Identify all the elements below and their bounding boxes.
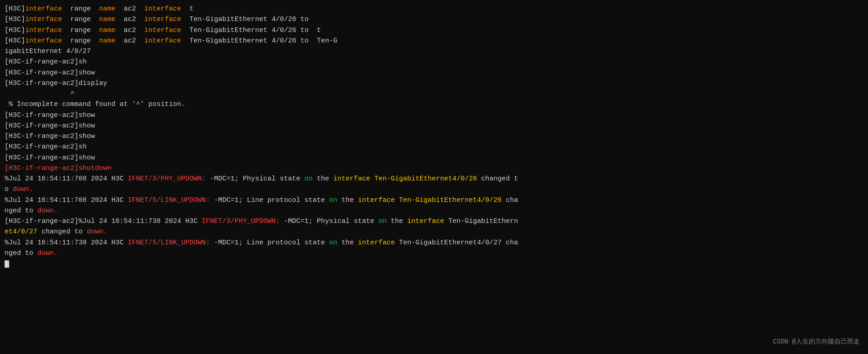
terminal-line: %Jul 24 16:54:11:708 2024 H3C IFNET/5/LI…: [5, 195, 863, 206]
terminal-cursor: [5, 260, 9, 268]
terminal-line: %Jul 24 16:54:11:708 2024 H3C IFNET/3/PH…: [5, 174, 863, 184]
terminal-line: [H3C-if-range-ac2]display: [5, 78, 863, 89]
terminal-line: et4/0/27 changed to down.: [5, 227, 863, 237]
terminal-line: % Incomplete command found at '^' positi…: [5, 99, 863, 110]
terminal-line: [H3C]interface range name ac2 interface …: [5, 25, 863, 36]
terminal-line: [H3C-if-range-ac2]show: [5, 153, 863, 163]
terminal-cursor-line: [5, 259, 863, 269]
terminal-line: [H3C]interface range name ac2 interface …: [5, 14, 863, 25]
terminal-output: [H3C]interface range name ac2 interface …: [5, 4, 863, 269]
terminal-line: o down.: [5, 184, 863, 195]
terminal-line: [H3C]interface range name ac2 interface …: [5, 36, 863, 46]
terminal-line: [H3C-if-range-ac2]shutdown: [5, 163, 863, 174]
terminal-line: [H3C-if-range-ac2]show: [5, 68, 863, 78]
terminal-line: [H3C-if-range-ac2]%Jul 24 16:54:11:738 2…: [5, 216, 863, 227]
terminal-line: [H3C-if-range-ac2]sh: [5, 57, 863, 67]
terminal-line: [H3C-if-range-ac2]show: [5, 110, 863, 121]
terminal-line: ^: [5, 89, 863, 99]
terminal-line: [H3C]interface range name ac2 interface …: [5, 4, 863, 14]
terminal-line: [H3C-if-range-ac2]sh: [5, 142, 863, 152]
watermark-text: CSDN @人生的方向随自己而走: [773, 338, 860, 346]
terminal-line: %Jul 24 16:54:11:738 2024 H3C IFNET/5/LI…: [5, 238, 863, 248]
terminal-line: nged to down.: [5, 248, 863, 259]
terminal-line: igabitEthernet 4/0/27: [5, 46, 863, 57]
terminal-line: nged to down.: [5, 206, 863, 216]
terminal-line: [H3C-if-range-ac2]show: [5, 131, 863, 142]
terminal-line: [H3C-if-range-ac2]show: [5, 121, 863, 131]
